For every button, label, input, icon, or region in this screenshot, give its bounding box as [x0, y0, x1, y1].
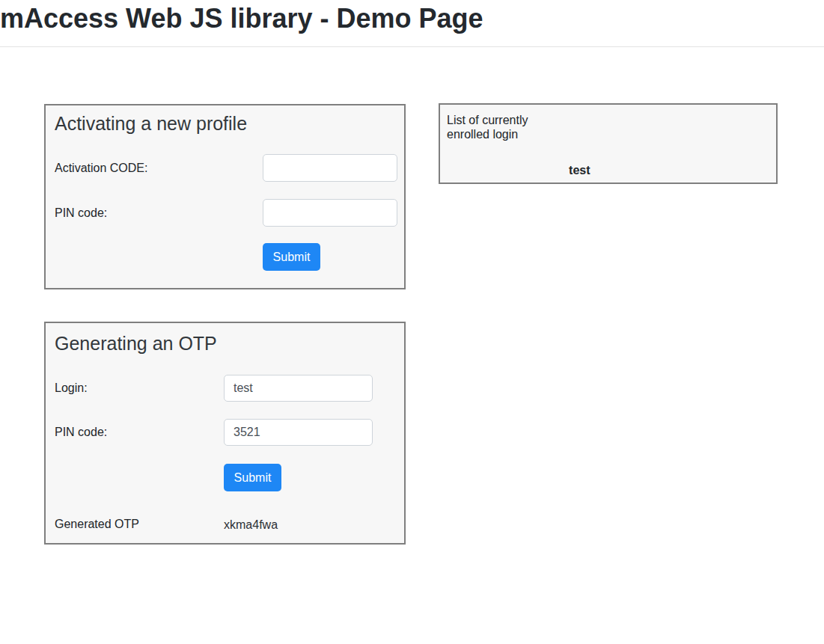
- otp-login-label: Login:: [55, 375, 88, 402]
- activation-submit-button[interactable]: Submit: [263, 243, 320, 271]
- demo-page: mAccess Web JS library - Demo Page Activ…: [0, 0, 824, 644]
- activation-panel-title: Activating a new profile: [55, 113, 247, 135]
- otp-pin-input[interactable]: [224, 419, 373, 446]
- enrolled-logins-list: test: [440, 164, 719, 177]
- enrolled-logins-panel: List of currently enrolled login test: [439, 103, 778, 184]
- otp-submit-button[interactable]: Submit: [224, 464, 281, 491]
- activation-code-input[interactable]: [263, 154, 397, 182]
- enrolled-login-item: test: [440, 164, 719, 177]
- enrolled-logins-heading: List of currently enrolled login: [447, 113, 528, 141]
- activation-code-label: Activation CODE:: [55, 154, 147, 182]
- generated-otp-value: xkma4fwa: [224, 518, 278, 532]
- activation-pin-label: PIN code:: [55, 199, 107, 227]
- activation-pin-input[interactable]: [263, 199, 397, 227]
- page-title: mAccess Web JS library - Demo Page: [0, 2, 483, 35]
- enrolled-heading-line1: List of currently: [447, 113, 528, 127]
- otp-panel-title: Generating an OTP: [55, 333, 217, 355]
- otp-panel: Generating an OTP Login: PIN code: Submi…: [44, 322, 406, 545]
- otp-pin-label: PIN code:: [55, 419, 107, 446]
- activation-panel: Activating a new profile Activation CODE…: [44, 104, 406, 289]
- header-divider: [0, 46, 824, 47]
- otp-login-input[interactable]: [224, 375, 373, 402]
- generated-otp-label: Generated OTP: [55, 518, 139, 531]
- enrolled-heading-line2: enrolled login: [447, 127, 528, 141]
